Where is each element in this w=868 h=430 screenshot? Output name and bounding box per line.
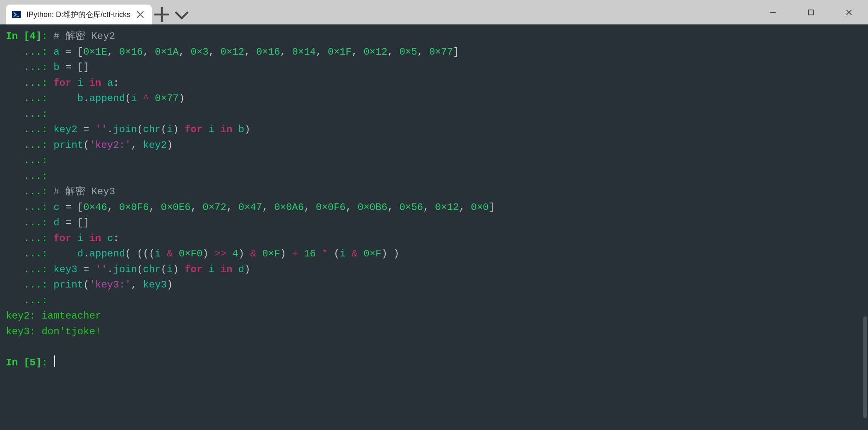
powershell-icon bbox=[12, 10, 22, 19]
terminal-body[interactable]: In [4]: # 解密 Key2 ...: a = [0×1E, 0×16, … bbox=[0, 24, 868, 430]
tab-title: IPython: D:维护的仓库/ctf-tricks bbox=[26, 10, 130, 19]
prompt-cont: ...: bbox=[6, 93, 53, 104]
prompt-cont: ...: bbox=[6, 46, 53, 58]
output-key3: key3: don'tjoke! bbox=[6, 326, 101, 337]
comment-key2: # 解密 Key2 bbox=[53, 31, 115, 42]
prompt-in-4: In [4]: bbox=[6, 31, 53, 42]
window-titlebar: IPython: D:维护的仓库/ctf-tricks bbox=[0, 0, 868, 24]
prompt-cont: ...: bbox=[6, 109, 53, 120]
prompt-cont: ...: bbox=[6, 279, 53, 290]
prompt-cont: ...: bbox=[6, 77, 53, 89]
prompt-cont: ...: bbox=[6, 124, 53, 135]
prompt-cont: ...: bbox=[6, 186, 53, 197]
close-tab-icon[interactable] bbox=[135, 10, 145, 19]
tab-active[interactable]: IPython: D:维护的仓库/ctf-tricks bbox=[6, 5, 152, 24]
maximize-button[interactable] bbox=[792, 0, 830, 24]
text-cursor bbox=[54, 355, 55, 367]
prompt-cont: ...: bbox=[6, 264, 53, 275]
close-window-button[interactable] bbox=[830, 0, 868, 24]
prompt-in-5: In [5]: bbox=[6, 357, 53, 368]
new-tab-button[interactable] bbox=[152, 5, 172, 24]
output-key2: key2: iamteacher bbox=[6, 310, 101, 321]
prompt-cont: ...: bbox=[6, 140, 53, 151]
prompt-cont: ...: bbox=[6, 202, 53, 213]
tab-strip: IPython: D:维护的仓库/ctf-tricks bbox=[0, 0, 192, 24]
svg-rect-1 bbox=[808, 10, 813, 15]
scrollbar-thumb[interactable] bbox=[863, 316, 867, 418]
comment-key3: # 解密 Key3 bbox=[53, 186, 115, 197]
prompt-cont: ...: bbox=[6, 62, 53, 73]
minimize-button[interactable] bbox=[754, 0, 792, 24]
tab-dropdown-button[interactable] bbox=[172, 5, 192, 24]
prompt-cont: ...: bbox=[6, 248, 53, 259]
window-controls bbox=[754, 0, 868, 24]
prompt-cont: ...: bbox=[6, 217, 53, 228]
prompt-cont: ...: bbox=[6, 295, 53, 306]
prompt-cont: ...: bbox=[6, 155, 53, 166]
prompt-cont: ...: bbox=[6, 233, 53, 244]
prompt-cont: ...: bbox=[6, 171, 53, 182]
